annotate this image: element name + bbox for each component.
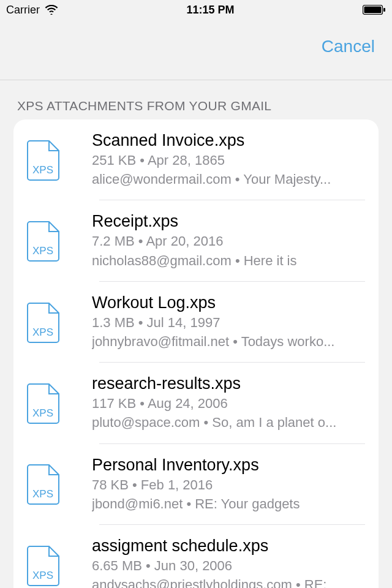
file-icon: XPS — [27, 293, 92, 351]
list-item[interactable]: XPS Personal Inventory.xps78 KB • Feb 1,… — [13, 444, 379, 524]
file-icon: XPS — [27, 455, 92, 513]
file-meta: 78 KB • Feb 1, 2016 — [92, 475, 365, 494]
attachments-card: XPS Scanned Invoice.xps251 KB • Apr 28, … — [13, 119, 379, 588]
nav-bar: Cancel — [0, 20, 392, 80]
item-content: Workout Log.xps1.3 MB • Jul 14, 1997john… — [92, 293, 365, 351]
battery-icon — [363, 5, 386, 15]
list-item[interactable]: XPS research-results.xps117 KB • Aug 24,… — [13, 363, 379, 443]
svg-rect-2 — [383, 8, 385, 12]
file-meta: 117 KB • Aug 24, 2006 — [92, 394, 365, 413]
file-name: assigment schedule.xps — [92, 536, 365, 556]
cancel-button[interactable]: Cancel — [322, 37, 375, 56]
status-bar: Carrier 11:15 PM — [0, 0, 392, 20]
section-header: XPS ATTACHMENTS FROM YOUR GMAIL — [0, 80, 392, 119]
file-meta: 251 KB • Apr 28, 1865 — [92, 151, 365, 170]
file-meta: 6.65 MB • Jun 30, 2006 — [92, 556, 365, 575]
svg-text:XPS: XPS — [32, 245, 53, 257]
file-icon: XPS — [27, 374, 92, 432]
file-name: Personal Inventory.xps — [92, 455, 365, 475]
svg-text:XPS: XPS — [32, 407, 53, 419]
item-content: research-results.xps117 KB • Aug 24, 200… — [92, 374, 365, 432]
file-name: Scanned Invoice.xps — [92, 130, 365, 151]
file-from-subject: andysachs@priestlyholdings.com • RE: — [92, 575, 365, 588]
file-from-subject: nicholas88@gmail.com • Here it is — [92, 251, 365, 270]
status-time: 11:15 PM — [186, 4, 234, 17]
item-content: Receipt.xps7.2 MB • Apr 20, 2016nicholas… — [92, 211, 365, 270]
file-name: research-results.xps — [92, 374, 365, 394]
svg-text:XPS: XPS — [32, 326, 53, 338]
item-content: Personal Inventory.xps78 KB • Feb 1, 201… — [92, 455, 365, 513]
carrier-label: Carrier — [6, 4, 40, 17]
svg-text:XPS: XPS — [32, 164, 53, 176]
list-item[interactable]: XPS Workout Log.xps1.3 MB • Jul 14, 1997… — [13, 282, 379, 362]
file-from-subject: johnybravo@fitmail.net • Todays worko... — [92, 332, 365, 351]
file-name: Workout Log.xps — [92, 293, 365, 313]
svg-text:XPS: XPS — [32, 570, 53, 581]
file-icon: XPS — [27, 536, 92, 588]
file-meta: 7.2 MB • Apr 20, 2016 — [92, 232, 365, 251]
file-icon: XPS — [27, 211, 92, 270]
file-name: Receipt.xps — [92, 211, 365, 232]
wifi-icon — [45, 5, 58, 15]
item-content: Scanned Invoice.xps251 KB • Apr 28, 1865… — [92, 130, 365, 189]
item-content: assigment schedule.xps6.65 MB • Jun 30, … — [92, 536, 365, 588]
file-from-subject: pluto@space.com • So, am I a planet o... — [92, 413, 365, 432]
svg-text:XPS: XPS — [32, 488, 53, 500]
file-from-subject: alice@wondermail.com • Your Majesty... — [92, 170, 365, 189]
status-left: Carrier — [6, 4, 58, 17]
svg-rect-1 — [364, 7, 382, 13]
list-item[interactable]: XPS assigment schedule.xps6.65 MB • Jun … — [13, 525, 379, 588]
list-item[interactable]: XPS Scanned Invoice.xps251 KB • Apr 28, … — [13, 119, 379, 200]
list-item[interactable]: XPS Receipt.xps7.2 MB • Apr 20, 2016nich… — [13, 200, 379, 281]
file-icon: XPS — [27, 130, 92, 189]
file-meta: 1.3 MB • Jul 14, 1997 — [92, 313, 365, 332]
file-from-subject: jbond@mi6.net • RE: Your gadgets — [92, 494, 365, 513]
